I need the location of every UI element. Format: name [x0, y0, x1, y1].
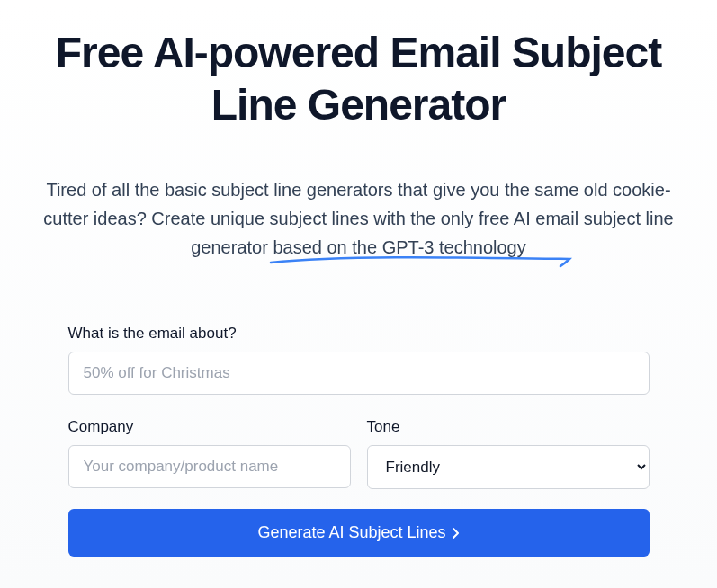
subtitle-highlight-text: based on the GPT-3 technology [273, 237, 525, 257]
page-title: Free AI-powered Email Subject Line Gener… [36, 27, 681, 130]
about-input[interactable] [68, 352, 650, 395]
company-input[interactable] [68, 445, 351, 488]
chevron-right-icon [452, 527, 460, 539]
generate-button[interactable]: Generate AI Subject Lines [68, 509, 650, 557]
tone-select[interactable]: Friendly [367, 445, 650, 489]
about-label: What is the email about? [68, 325, 650, 343]
company-label: Company [68, 418, 351, 436]
generator-form: What is the email about? Company Tone Fr… [67, 325, 651, 557]
subtitle-highlight: based on the GPT-3 technology [273, 237, 525, 257]
page-subtitle: Tired of all the basic subject line gene… [36, 175, 681, 262]
tone-label: Tone [367, 418, 650, 436]
generate-button-label: Generate AI Subject Lines [257, 523, 445, 542]
